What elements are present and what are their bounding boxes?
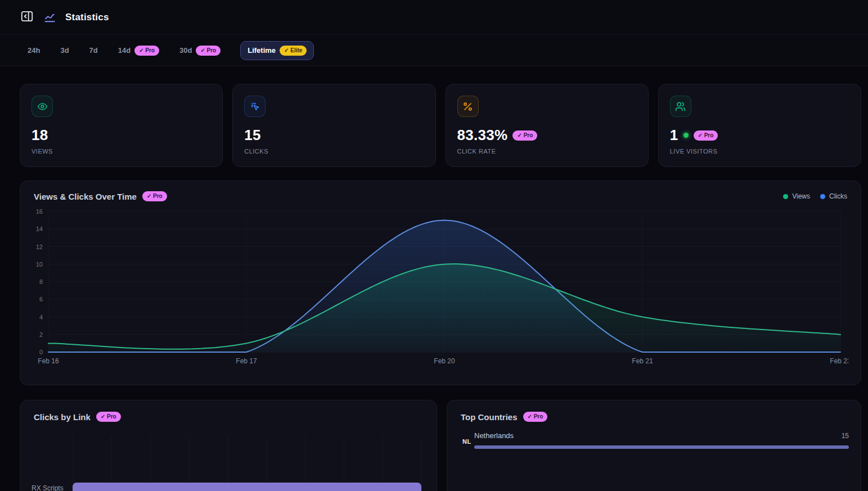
time-range-label: 30d <box>179 46 192 55</box>
views-clicks-area-chart: 0246810121416Feb 16Feb 17Feb 20Feb 21Feb… <box>34 206 848 373</box>
time-range-label: 24h <box>28 46 40 55</box>
chart-card-header: Views & Clicks Over Time ✓ Pro ViewsClic… <box>34 191 847 201</box>
pro-badge: ✓ Pro <box>512 130 537 141</box>
svg-text:6: 6 <box>39 296 43 303</box>
link-clicks-bar <box>73 483 421 491</box>
svg-text:4: 4 <box>39 314 43 321</box>
time-range-tabs: 24h3d7d14d✓ Pro30d✓ ProLifetime✓ Elite <box>0 35 868 66</box>
main-content: 18VIEWS15CLICKS83.33%✓ ProCLICK RATE1✓ P… <box>0 66 868 491</box>
time-range-14d[interactable]: 14d✓ Pro <box>118 41 160 60</box>
cursor-click-icon <box>244 96 266 117</box>
time-range-3d[interactable]: 3d <box>60 42 69 59</box>
stat-card-views: 18VIEWS <box>20 84 223 167</box>
top-countries-header: Top Countries ✓ Pro <box>461 412 847 422</box>
clicks-by-link-header: Clicks by Link ✓ Pro <box>34 412 423 422</box>
bottom-row: Clicks by Link ✓ Pro RX Scripts Top Coun… <box>20 400 861 491</box>
svg-text:0: 0 <box>39 349 43 355</box>
app-header: Statistics <box>0 0 868 35</box>
pro-badge: ✓ Pro <box>694 130 718 141</box>
svg-text:Feb 21: Feb 21 <box>632 357 653 365</box>
bar-label-rx-scripts: RX Scripts <box>32 484 64 491</box>
panel-left-icon <box>20 9 34 25</box>
svg-text:2: 2 <box>39 331 43 338</box>
live-indicator-dot <box>683 133 689 138</box>
views-clicks-chart-card: Views & Clicks Over Time ✓ Pro ViewsClic… <box>20 181 861 385</box>
stat-value: 83.33% <box>457 127 508 144</box>
stat-label: CLICK RATE <box>457 148 637 155</box>
clicks-by-link-title: Clicks by Link <box>34 412 91 422</box>
chart-title: Views & Clicks Over Time <box>34 192 137 201</box>
stat-card-click-rate: 83.33%✓ ProCLICK RATE <box>446 84 649 167</box>
pro-badge: ✓ Pro <box>96 412 121 422</box>
country-value: 15 <box>842 432 849 440</box>
country-row-netherlands: NLNetherlands15 <box>461 431 849 449</box>
sidebar-toggle-button[interactable] <box>20 9 34 25</box>
legend-item-views[interactable]: Views <box>783 192 810 200</box>
gridline <box>73 436 73 491</box>
stat-card-clicks: 15CLICKS <box>232 84 435 167</box>
svg-text:14: 14 <box>36 226 43 232</box>
svg-text:Feb 16: Feb 16 <box>38 357 59 365</box>
users-icon <box>670 96 691 117</box>
page-title: Statistics <box>65 12 109 23</box>
svg-text:Feb 20: Feb 20 <box>434 357 455 365</box>
pro-badge: ✓ Pro <box>134 46 159 56</box>
gridline <box>421 436 422 491</box>
svg-text:Feb 17: Feb 17 <box>236 357 257 365</box>
time-range-30d[interactable]: 30d✓ Pro <box>179 41 221 60</box>
pro-badge: ✓ Pro <box>523 412 548 422</box>
pro-badge: ✓ Pro <box>196 46 221 56</box>
legend-label: Views <box>792 192 810 200</box>
pro-badge: ✓ Pro <box>142 191 167 201</box>
svg-text:8: 8 <box>39 278 43 285</box>
country-code: NL <box>462 438 471 445</box>
legend-item-clicks[interactable]: Clicks <box>820 192 847 200</box>
country-name: Netherlands <box>474 431 514 440</box>
stat-value: 1 <box>670 127 678 144</box>
time-range-7d[interactable]: 7d <box>89 42 98 59</box>
chart-legend: ViewsClicks <box>783 192 847 200</box>
time-range-24h[interactable]: 24h <box>27 42 41 59</box>
time-range-label: 3d <box>60 46 69 55</box>
stat-card-live-visitors: 1✓ ProLIVE VISITORS <box>658 84 861 167</box>
line-chart-icon <box>43 11 56 24</box>
legend-dot <box>783 194 788 199</box>
country-bar <box>474 445 849 449</box>
percent-icon <box>457 96 479 117</box>
elite-badge: ✓ Elite <box>280 46 307 56</box>
svg-text:16: 16 <box>36 208 43 215</box>
stat-value: 18 <box>32 127 48 144</box>
stat-label: VIEWS <box>32 148 211 155</box>
clicks-by-link-card: Clicks by Link ✓ Pro RX Scripts <box>20 400 437 491</box>
svg-text:10: 10 <box>36 261 43 268</box>
time-range-label: 14d <box>118 46 131 55</box>
stat-label: CLICKS <box>244 148 424 155</box>
legend-dot <box>820 194 825 199</box>
top-countries-title: Top Countries <box>461 412 518 422</box>
svg-text:12: 12 <box>36 244 43 250</box>
stats-row: 18VIEWS15CLICKS83.33%✓ ProCLICK RATE1✓ P… <box>20 84 861 167</box>
stat-label: LIVE VISITORS <box>670 148 849 155</box>
eye-icon <box>32 96 53 117</box>
top-countries-card: Top Countries ✓ Pro NLNetherlands15 <box>447 400 861 491</box>
time-range-label: 7d <box>89 46 98 55</box>
svg-text:Feb 23: Feb 23 <box>830 357 848 365</box>
stat-value: 15 <box>244 127 261 144</box>
time-range-lifetime[interactable]: Lifetime✓ Elite <box>240 41 314 60</box>
statistics-page: Statistics 24h3d7d14d✓ Pro30d✓ ProLifeti… <box>0 0 868 491</box>
legend-label: Clicks <box>829 192 847 200</box>
time-range-label: Lifetime <box>248 46 276 55</box>
